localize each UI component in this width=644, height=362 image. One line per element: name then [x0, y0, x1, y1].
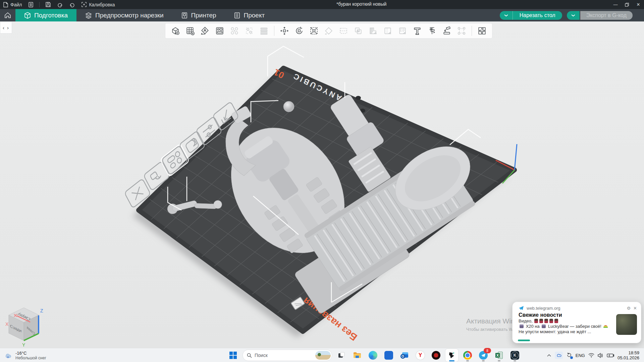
save-button[interactable]: [42, 0, 54, 9]
close-button[interactable]: ✕: [633, 0, 644, 9]
save-icon: [46, 2, 51, 7]
edge-browser-button[interactable]: [367, 349, 379, 362]
tray-time: 18:59: [618, 350, 639, 355]
system-tray: ENG 18:59 05.01.2026: [547, 350, 644, 360]
place-on-face-button[interactable]: [440, 24, 453, 37]
window-controls: — ✕: [610, 0, 644, 9]
file-explorer-button[interactable]: [351, 349, 364, 362]
weather-temperature: -16°C: [15, 351, 46, 356]
search-icon: [247, 353, 252, 358]
slice-plate-button[interactable]: Нарезать стол: [500, 11, 562, 20]
cut-tool-button[interactable]: [337, 24, 350, 37]
running-indicator: [466, 360, 469, 361]
weather-condition: Небольшой снег: [15, 356, 46, 360]
person-emoji: [544, 319, 548, 323]
snow-cloud-icon: ❄: [4, 352, 13, 359]
slot-machine-emoji: [542, 324, 546, 328]
excel-button[interactable]: X: [493, 349, 505, 362]
active-app-indicator: [449, 360, 454, 361]
panel-collapse-button[interactable]: ‹ ›: [0, 21, 12, 34]
tab-project[interactable]: Проект: [225, 9, 274, 21]
boolean-tool-button[interactable]: [352, 24, 365, 37]
update-sync-icon[interactable]: [566, 352, 572, 359]
home-button[interactable]: [0, 9, 15, 21]
rotate-tool-button[interactable]: [292, 24, 306, 37]
viewcube-z-label: Z: [40, 308, 43, 313]
main-toolbar: [165, 23, 492, 39]
text-tool-button[interactable]: [411, 24, 424, 37]
auto-support-button[interactable]: [455, 24, 468, 37]
tab-slice-preview[interactable]: Предпросмотр нарезки: [76, 9, 172, 21]
file-menu[interactable]: Файл: [0, 0, 25, 9]
calibration-button[interactable]: Калибровка: [78, 0, 118, 9]
toolbar-divider: [472, 26, 472, 36]
model-sphere[interactable]: [283, 101, 294, 112]
notification-thumbnail[interactable]: [616, 314, 637, 335]
taskbar-search[interactable]: Поиск: [243, 350, 332, 361]
paint-seam-button[interactable]: [381, 24, 394, 37]
export-gcode-button[interactable]: Экспорт в G-код: [567, 11, 633, 20]
chrome-button[interactable]: [461, 349, 474, 362]
outlook-button[interactable]: O: [398, 349, 411, 362]
file-icon: [3, 2, 8, 7]
arrange-layout-button[interactable]: [213, 24, 226, 37]
auto-arrange-button[interactable]: [198, 24, 212, 37]
split-plate-button[interactable]: [243, 24, 256, 37]
tab-prepare[interactable]: Подготовка: [15, 9, 76, 21]
microsoft-store-button[interactable]: [382, 349, 395, 362]
yandex-browser-button[interactable]: Y: [414, 349, 427, 362]
taskbar-clock[interactable]: 18:59 05.01.2026: [618, 350, 639, 360]
k-app-button[interactable]: K: [508, 349, 521, 362]
language-indicator[interactable]: ENG: [576, 353, 585, 358]
slicer-app-button[interactable]: [445, 349, 458, 362]
plugin-button[interactable]: [475, 24, 489, 37]
paint-fuzzy-button[interactable]: [396, 24, 409, 37]
telegram-button[interactable]: 8: [477, 349, 490, 362]
print-queue-button[interactable]: [257, 24, 271, 37]
measure-tool-button[interactable]: [425, 24, 439, 37]
taskbar-center: Поиск O Y: [227, 348, 521, 362]
tab-printer[interactable]: Принтер: [172, 9, 225, 21]
viewport-3d[interactable]: ANYCUBIC 01 Без названия: [0, 21, 644, 348]
redo-icon: [69, 2, 75, 7]
notes-button[interactable]: [25, 0, 37, 9]
notification-close-icon[interactable]: ✕: [633, 306, 637, 311]
export-dropdown-chevron[interactable]: [567, 11, 580, 20]
paint-support-button[interactable]: [366, 24, 380, 37]
notification-settings-icon[interactable]: ⚙: [627, 306, 631, 311]
viewcube-x-label: X: [5, 321, 9, 327]
add-model-button[interactable]: [169, 24, 182, 37]
scene-3d[interactable]: ANYCUBIC 01 Без названия: [0, 21, 644, 348]
onedrive-icon[interactable]: [555, 352, 563, 359]
running-indicator: [514, 360, 516, 361]
add-plate-button[interactable]: [183, 24, 197, 37]
view-cube[interactable]: Сверху Сзади Слева Z Y X: [5, 306, 45, 349]
cube-icon: [24, 12, 31, 19]
tab-project-label: Проект: [244, 12, 265, 19]
start-button[interactable]: [227, 349, 239, 362]
move-tool-button[interactable]: [278, 24, 291, 37]
battery-icon[interactable]: [607, 353, 614, 358]
person-emoji: [549, 319, 553, 323]
slice-dropdown-chevron[interactable]: [500, 11, 513, 20]
undo-button[interactable]: [54, 0, 66, 9]
clone-grid-button[interactable]: [228, 24, 241, 37]
scale-tool-button[interactable]: [307, 24, 321, 37]
volume-icon[interactable]: [598, 353, 603, 358]
redo-button[interactable]: [66, 0, 78, 9]
running-indicator: [498, 360, 500, 361]
viewcube-y-label: Y: [22, 342, 25, 348]
title-bar: Файл Калибровка *буран короткий новый — …: [0, 0, 644, 9]
minimize-button[interactable]: —: [610, 0, 621, 9]
task-view-button[interactable]: [335, 349, 348, 362]
hidden-icons-chevron[interactable]: [547, 354, 551, 357]
wifi-icon[interactable]: [588, 353, 594, 358]
search-daily-image[interactable]: [315, 351, 331, 360]
taskbar-weather-widget[interactable]: ❄ -16°C Небольшой снег: [0, 351, 78, 360]
restore-button[interactable]: [621, 0, 633, 9]
home-icon: [4, 12, 11, 19]
person-emoji: [534, 319, 538, 323]
game-app-button[interactable]: [430, 349, 442, 362]
lay-flat-button[interactable]: [322, 24, 335, 37]
notification-popup[interactable]: web.telegram.org ⚙ ✕ Свежие новости Виде…: [512, 302, 641, 343]
